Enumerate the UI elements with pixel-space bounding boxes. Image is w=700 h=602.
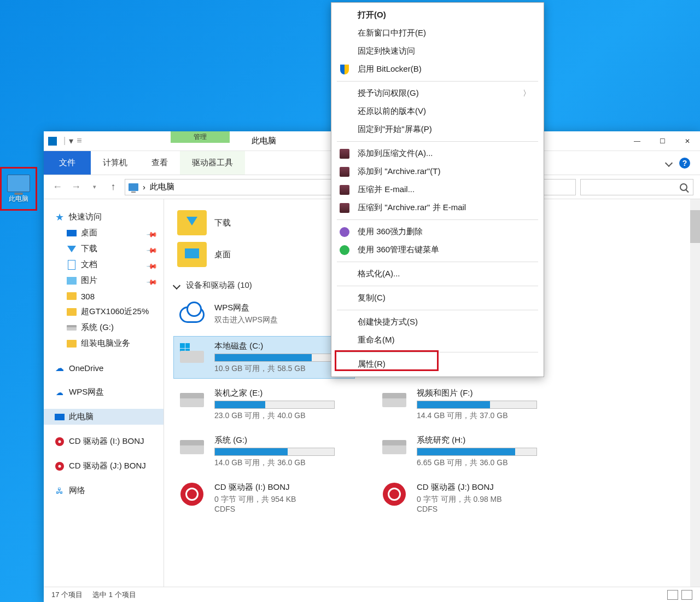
quick-access-toolbar: | ▾ ≡ [63,136,82,146]
view-details-icon[interactable] [667,590,678,600]
cm-360-menu[interactable]: 使用 360管理右键菜单 [331,241,544,259]
tree-downloads[interactable]: 下载📌 [44,241,164,257]
contextual-tab-header: 管理 [171,131,230,143]
cm-separator [337,310,538,310]
tree-pictures[interactable]: 图片📌 [44,273,164,288]
tab-drive-tools[interactable]: 驱动器工具 [180,151,245,175]
tree-cd-j[interactable]: CD 驱动器 (J:) BONJ [44,458,164,474]
folder-icon [67,340,77,348]
pin-icon: 📌 [147,260,156,269]
cm-shortcut[interactable]: 创建快捷方式(S) [331,313,544,331]
document-icon [68,260,75,270]
tree-folder-gtx[interactable]: 超GTX1060近25% [44,304,164,320]
star-icon: ★ [55,212,65,222]
minimize-button[interactable]: — [625,131,650,151]
drive-g[interactable]: 系统 (G:)14.0 GB 可用，共 36.0 GB [174,431,354,472]
cm-format[interactable]: 格式化(A)... [331,265,544,283]
desktop-this-pc[interactable]: 此电脑 [0,167,37,211]
tree-folder-biz[interactable]: 组装电脑业务 [44,335,164,351]
usage-bar [417,448,537,456]
usage-bar [214,448,335,456]
tree-documents[interactable]: 文档📌 [44,257,164,273]
folder-downloads[interactable]: 下载 [174,207,316,239]
cm-pin-start[interactable]: 固定到"开始"屏幕(P) [331,120,544,138]
qat-overflow[interactable]: ≡ [77,136,81,146]
tree-cd-i[interactable]: CD 驱动器 (I:) BONJ [44,433,164,449]
app-360-icon [340,227,349,237]
cm-separator [337,219,538,220]
tree-desktop[interactable]: 桌面📌 [44,225,164,241]
nav-up-button[interactable]: ↑ [106,180,120,194]
maximize-button[interactable]: ☐ [650,131,675,151]
tree-wps[interactable]: ☁WPS网盘 [44,384,164,400]
drive-c[interactable]: 本地磁盘 (C:)10.9 GB 可用，共 58.5 GB [174,337,354,378]
cm-compress-email[interactable]: 压缩并 E-mail... [331,181,544,199]
status-bar: 17 个项目 选中 1 个项目 [44,587,700,602]
computer-icon [129,183,138,191]
cm-rar-email[interactable]: 压缩到 "Archive.rar" 并 E-mail [331,199,544,217]
archive-icon [340,203,349,213]
tab-file[interactable]: 文件 [44,151,91,175]
tree-network[interactable]: 🖧网络 [44,483,164,499]
tab-computer[interactable]: 计算机 [91,151,139,175]
cm-separator [337,81,538,82]
search-input[interactable] [580,179,693,195]
cm-rename[interactable]: 重命名(M) [331,331,544,349]
cm-add-archive[interactable]: 添加到压缩文件(A)... [331,144,544,163]
cm-360-delete[interactable]: 使用 360强力删除 [331,223,544,241]
archive-icon [340,149,349,159]
cm-pin-quick[interactable]: 固定到快速访问 [331,42,544,60]
cd-icon [383,483,406,506]
drive-icon [180,393,204,407]
nav-forward-button[interactable]: → [69,180,83,194]
cd-icon [180,483,203,506]
cm-properties[interactable]: 属性(R) [331,355,544,373]
context-menu: 打开(O) 在新窗口中打开(E) 固定到快速访问 启用 BitLocker(B)… [331,2,544,377]
tree-onedrive[interactable]: ☁OneDrive [44,360,164,375]
folder-icon [67,308,77,316]
tree-folder-308[interactable]: 308 [44,288,164,304]
close-button[interactable]: ✕ [675,131,700,151]
tab-view[interactable]: 查看 [139,151,180,175]
nav-recent-dropdown[interactable]: ▾ [88,180,102,194]
help-icon[interactable]: ? [679,158,690,169]
desktop-icon [67,230,77,236]
computer-icon [7,175,30,192]
drive-f[interactable]: 视频和图片 (F:)14.4 GB 可用，共 37.0 GB [376,384,557,425]
cm-separator [337,286,538,286]
archive-icon [340,167,349,177]
tree-this-pc[interactable]: 此电脑 [44,409,164,425]
shield-icon [340,65,349,74]
drive-wps[interactable]: WPS网盘双击进入WPS网盘 [174,298,354,331]
cm-copy[interactable]: 复制(C) [331,289,544,307]
app-360-icon [340,245,349,255]
drive-cd-j[interactable]: CD 驱动器 (J:) BONJ0 字节 可用，共 0.98 MBCDFS [376,478,557,518]
folder-icon [67,292,77,300]
tree-quick-access[interactable]: ★快速访问 [44,209,164,225]
cm-bitlocker[interactable]: 启用 BitLocker(B) [331,60,544,78]
status-selected-count: 选中 1 个项目 [92,590,136,600]
cm-open-new-window[interactable]: 在新窗口中打开(E) [331,24,544,42]
drive-h[interactable]: 系统研究 (H:)6.65 GB 可用，共 36.0 GB [376,431,557,472]
ribbon-collapse-icon[interactable] [665,159,673,166]
drive-e[interactable]: 装机之家 (E:)23.0 GB 可用，共 40.0 GB [174,384,354,425]
cm-grant-access[interactable]: 授予访问权限(G)〉 [331,84,544,102]
qat-dropdown[interactable]: ▾ [69,136,73,146]
cd-icon [55,437,64,446]
scrollbar-track[interactable] [690,199,700,587]
cm-restore[interactable]: 还原以前的版本(V) [331,102,544,120]
nav-back-button[interactable]: ← [50,180,65,194]
cm-open[interactable]: 打开(O) [331,6,544,24]
pictures-icon [67,277,77,285]
chevron-right-icon: 〉 [523,89,530,99]
search-icon [680,183,687,191]
usage-bar [214,354,335,362]
cm-add-rar[interactable]: 添加到 "Archive.rar"(T) [331,163,544,181]
cloud-icon: ☁ [55,387,65,397]
view-large-icon[interactable] [681,590,692,600]
tree-drive-g[interactable]: 系统 (G:) [44,320,164,335]
scrollbar-thumb[interactable] [690,210,700,243]
drive-cd-i[interactable]: CD 驱动器 (I:) BONJ0 字节 可用，共 954 KBCDFS [174,478,354,518]
breadcrumb-this-pc[interactable]: 此电脑 [150,182,174,192]
folder-desktop[interactable]: 桌面 [174,239,316,270]
